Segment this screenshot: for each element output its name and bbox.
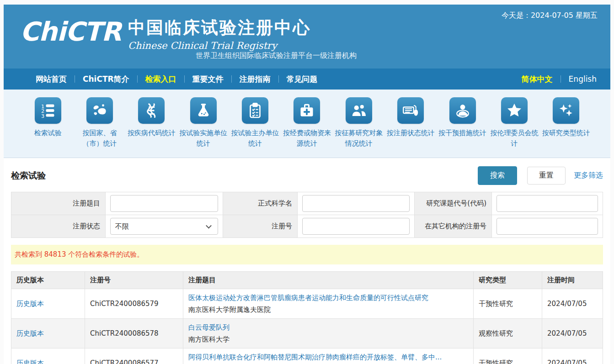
history-version-link[interactable]: 历史版本 [16,359,44,364]
quick-link-by-recruitment[interactable]: 按征募研究对象情况统计 [333,97,384,148]
study-type: 干预性研究 [474,348,542,364]
trial-title-link[interactable]: 阿得贝利单抗联合化疗和阿帕替尼围术期治疗肺肉瘤样癌的开放标签、单臂、多中... [188,353,442,361]
quick-link-label: 按国家、省（市）统计 [74,128,125,148]
nav-separator [137,75,138,83]
nav-item-documents[interactable]: 重要文件 [192,74,224,84]
quick-link-label: 按研究类型统计 [540,128,592,138]
reg-title-input[interactable] [110,195,218,212]
result-count-banner: 共检索到 84813 个符合检索条件的试验。 [11,245,603,264]
trial-title-link[interactable]: 白云母爱队列 [188,323,230,332]
quick-link-by-funding-source[interactable]: 按经费或物资来源统计 [281,97,333,148]
quick-link-by-sponsor[interactable]: 按试验主办单位统计 [229,97,281,148]
nav-item-guide[interactable]: 注册指南 [240,74,271,84]
numbered-list-icon: 123 [35,97,61,124]
search-button[interactable]: 搜索 [478,166,517,185]
nav-item-about[interactable]: ChiCTR简介 [83,74,129,84]
quick-link-search-trials[interactable]: 123 检索试验 [22,97,74,148]
table-row: 历史版本 ChiCTR2400086579 医体太极运动处方改善淋巴管肌瘤病患者… [11,289,603,319]
language-switcher: 简体中文 English [522,74,597,84]
other-reg-no-input[interactable] [497,218,598,235]
reg-no-input[interactable] [302,218,410,235]
col-header-reg-date: 注册时间 [542,272,603,289]
quick-link-label: 按伦理委员会统计 [488,128,540,148]
search-section-header: 检索试验 搜索 重置 更多筛选 [11,166,603,185]
world-map-icon [86,97,113,124]
registration-date: 2024/07/05 [542,319,603,348]
site-header: ChiCTR 中国临床试验注册中心 Chinese Clinical Trial… [4,5,610,69]
registration-date: 2024/07/05 [542,289,603,319]
today-date: 今天是：2024-07-05 星期五 [502,11,598,21]
table-row: 历史版本 ChiCTR2400086578 白云母爱队列 南方医科大学 观察性研… [11,319,603,348]
quick-link-by-study-type[interactable]: 按研究类型统计 [540,97,592,148]
quick-link-label: 按疾病代码统计 [126,128,177,138]
sci-name-label: 正式科学名 [223,192,298,215]
chictr-logo: ChiCTR [20,16,121,47]
lang-chinese[interactable]: 简体中文 [522,74,553,84]
registration-number: ChiCTR2400086577 [85,348,183,364]
table-row: 历史版本 ChiCTR2400086577 阿得贝利单抗联合化疗和阿帕替尼围术期… [11,348,603,364]
quick-link-by-implementing-site[interactable]: 按试验实施单位统计 [177,97,229,148]
more-filters-link[interactable]: 更多筛选 [574,171,603,180]
sparkles-icon [553,97,579,124]
nav-separator [278,75,279,83]
study-type: 干预性研究 [474,289,542,319]
col-header-reg-no: 注册号 [85,272,183,289]
medical-bag-icon [294,97,320,124]
table-header-row: 历史版本 注册号 注册题目 研究类型 注册时间 [11,272,603,289]
registration-number: ChiCTR2400086579 [85,289,183,319]
lang-english[interactable]: English [569,74,597,84]
main-nav: 网站首页 ChiCTR简介 检索入口 重要文件 注册指南 常见问题 简体中文 E… [4,69,610,90]
quick-link-label: 按征募研究对象情况统计 [333,128,384,148]
site-title-en: Chinese Clinical Trial Registry [128,40,311,51]
star-icon [501,97,528,124]
reg-status-select[interactable]: 不限 [110,218,218,235]
quick-link-label: 按试验主办单位统计 [229,128,281,148]
nav-item-search-entry[interactable]: 检索入口 [145,74,176,84]
institution-name: 南京医科大学附属逸夫医院 [188,305,468,315]
quick-link-label: 检索试验 [22,128,74,138]
quick-link-label: 按试验实施单位统计 [177,128,229,148]
nav-separator [561,75,561,83]
col-header-history: 历史版本 [11,272,85,289]
keyboard-mouse-icon [397,97,424,124]
reg-no-label: 注册号 [223,215,298,238]
col-header-title: 注册题目 [183,272,474,289]
search-actions: 搜索 重置 更多筛选 [478,166,603,185]
nav-item-home[interactable]: 网站首页 [36,74,67,84]
quick-link-by-intervention[interactable]: 按干预措施统计 [437,97,488,148]
institution-name: 南方医科大学 [188,334,468,345]
history-version-link[interactable]: 历史版本 [16,329,44,338]
reg-status-label: 注册状态 [11,215,106,238]
reg-status-select-wrap: 不限 [106,218,223,235]
main-content: 检索试验 搜索 重置 更多筛选 注册题目 正式科学名 研究课题代号(代码) 注 [4,158,610,364]
people-icon [346,97,372,124]
page-title: 检索试验 [11,170,46,182]
results-table: 历史版本 注册号 注册题目 研究类型 注册时间 历史版本 ChiCTR24000… [11,271,603,364]
quick-link-label: 按注册状态统计 [385,128,437,138]
nav-item-faq[interactable]: 常见问题 [287,74,318,84]
quick-link-by-country[interactable]: 按国家、省（市）统计 [74,97,125,148]
registration-number: ChiCTR2400086578 [85,319,183,348]
reg-title-label: 注册题目 [11,192,106,215]
site-title-cn: 中国临床试验注册中心 [128,16,311,39]
col-header-study-type: 研究类型 [474,272,542,289]
sci-name-input[interactable] [302,195,410,212]
trial-title-link[interactable]: 医体太极运动处方改善淋巴管肌瘤病患者运动能力和生命质量的可行性试点研究 [188,294,428,302]
history-version-link[interactable]: 历史版本 [16,300,44,308]
quick-link-by-disease-code[interactable]: 按疾病代码统计 [126,97,177,148]
quick-links-bar: 123 检索试验 按国家、省（市）统计 按疾病代码统计 按试验实施单位统计 [4,90,610,158]
other-reg-no-label: 在其它机构的注册号 [415,215,492,238]
doctor-icon [449,97,476,124]
nav-separator [231,75,232,83]
quick-link-label: 按经费或物资来源统计 [281,128,333,148]
quick-link-by-registration-status[interactable]: 按注册状态统计 [385,97,437,148]
reset-button[interactable]: 重置 [527,167,566,185]
site-titles: 中国临床试验注册中心 Chinese Clinical Trial Regist… [128,16,311,51]
project-code-input[interactable] [497,195,598,212]
svg-text:3: 3 [41,113,44,119]
quick-link-by-ethics-committee[interactable]: 按伦理委员会统计 [488,97,540,148]
search-form: 注册题目 正式科学名 研究课题代号(代码) 注册状态 不限 注册号 [11,192,603,238]
nav-separator [75,75,75,83]
page-container: ChiCTR 中国临床试验注册中心 Chinese Clinical Trial… [4,5,610,364]
site-subtitle: 世界卫生组织国际临床试验注册平台一级注册机构 [196,51,357,61]
